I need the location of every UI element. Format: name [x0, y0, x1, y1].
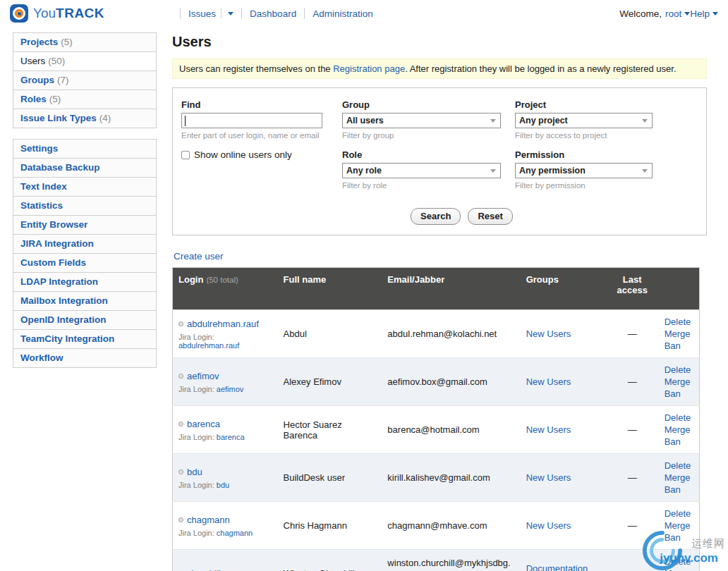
sidebar-item-text-index[interactable]: Text Index — [13, 178, 156, 197]
merge-user-link[interactable]: Merge — [665, 376, 693, 388]
project-hint: Filter by access to project — [515, 131, 677, 140]
find-hint: Enter part of user login, name or email — [181, 131, 342, 140]
info-banner: Users can register themselves on the Reg… — [172, 59, 707, 79]
login-sub-link[interactable]: aefimov — [217, 385, 244, 393]
login-sub-link[interactable]: chagmann — [217, 529, 253, 537]
role-select[interactable]: Any role — [342, 163, 501, 178]
sidebar-item-database-backup[interactable]: Database Backup — [13, 159, 156, 178]
sidebar-item-projects[interactable]: Projects(5) — [13, 33, 156, 52]
login-sub-link[interactable]: bdu — [217, 481, 229, 489]
merge-user-link[interactable]: Merge — [665, 472, 693, 484]
sidebar-item-entity-browser[interactable]: Entity Browser — [13, 216, 156, 235]
user-menu[interactable]: root — [665, 8, 690, 19]
main-content: Users Users can register themselves on t… — [172, 31, 707, 571]
full-name-cell: Hector Suarez Barenca — [278, 406, 382, 454]
sidebar-item-custom-fields[interactable]: Custom Fields — [13, 254, 156, 273]
ban-user-link[interactable]: Ban — [665, 532, 693, 544]
delete-user-link[interactable]: Delete — [665, 460, 693, 472]
create-user-link[interactable]: Create user — [174, 251, 224, 262]
sidebar-item-users[interactable]: Users(50) — [13, 52, 156, 71]
delete-user-link[interactable]: Delete — [665, 555, 693, 567]
sidebar-item-ldap-integration[interactable]: LDAP Integration — [13, 273, 156, 292]
merge-user-link[interactable]: Merge — [665, 424, 693, 436]
ban-user-link[interactable]: Ban — [665, 436, 693, 448]
full-name-cell: Chris Hagmann — [278, 502, 382, 550]
reset-button[interactable]: Reset — [468, 208, 512, 225]
login-sub-line: Jira Login: bdu — [178, 481, 272, 489]
user-login-link[interactable]: churchill — [187, 568, 221, 571]
email-cell: chagmann@mhave.com — [382, 502, 520, 550]
permission-select[interactable]: Any permission — [515, 163, 653, 178]
help-menu[interactable]: Help — [690, 8, 718, 19]
sidebar-item-roles[interactable]: Roles(5) — [13, 90, 156, 109]
ban-user-link[interactable]: Ban — [665, 388, 693, 400]
user-table-row: chagmann Jira Login: chagmann Chris Hagm… — [173, 502, 700, 550]
welcome-text: Welcome, — [619, 8, 662, 19]
online-status-icon — [178, 321, 183, 326]
col-header-email: Email/Jabber — [382, 268, 520, 310]
permission-hint: Filter by permission — [515, 181, 677, 190]
last-access-cell: — — [605, 310, 660, 358]
full-name-cell: Abdul — [278, 310, 382, 358]
online-status-icon — [178, 469, 183, 474]
group-link[interactable]: Documentation Assignees — [526, 563, 588, 571]
item-count: (4) — [99, 113, 111, 123]
sidebar-item-statistics[interactable]: Statistics — [13, 197, 156, 216]
sidebar-item-jira-integration[interactable]: JIRA Integration — [13, 235, 156, 254]
sidebar-item-settings[interactable]: Settings — [13, 140, 156, 159]
nav-administration[interactable]: Administration — [313, 8, 373, 19]
nav-dashboard[interactable]: Dashboard — [250, 8, 296, 19]
group-link[interactable]: New Users — [526, 424, 571, 435]
group-link[interactable]: New Users — [526, 520, 571, 531]
nav-issues[interactable]: Issues — [188, 8, 233, 19]
merge-user-link[interactable]: Merge — [665, 328, 693, 340]
show-online-checkbox[interactable] — [181, 151, 190, 159]
merge-user-link[interactable]: Merge — [665, 520, 693, 532]
login-sub-line: Jira Login: abdulrehman.rauf — [178, 333, 272, 350]
project-select[interactable]: Any project — [515, 113, 653, 128]
user-table-row: barenca Jira Login: barenca Hector Suare… — [173, 406, 700, 454]
group-link[interactable]: New Users — [526, 376, 571, 387]
registration-page-link[interactable]: Registration page — [333, 63, 405, 74]
sidebar-item-teamcity-integration[interactable]: TeamCity Integration — [13, 330, 156, 349]
login-sub-link[interactable]: abdulrehman.rauf — [178, 341, 239, 350]
delete-user-link[interactable]: Delete — [665, 508, 693, 520]
youtrack-logo[interactable]: YouTRACK — [10, 4, 104, 23]
user-login-link[interactable]: chagmann — [187, 515, 230, 525]
search-button[interactable]: Search — [411, 208, 461, 225]
sidebar-item-openid-integration[interactable]: OpenID Integration — [13, 311, 156, 330]
sidebar-item-workflow[interactable]: Workflow — [13, 349, 156, 368]
login-sub-line: Jira Login: chagmann — [178, 529, 272, 537]
find-input[interactable] — [181, 113, 322, 128]
actions-cell: DeleteMergeBan — [660, 310, 700, 358]
group-select[interactable]: All users — [342, 113, 501, 128]
page-title: Users — [172, 34, 707, 50]
col-header-login: Login(50 total) — [173, 268, 278, 310]
user-login-link[interactable]: barenca — [187, 419, 220, 429]
delete-user-link[interactable]: Delete — [665, 316, 693, 328]
login-sub-line: Jira Login: barenca — [178, 433, 272, 441]
ban-user-link[interactable]: Ban — [665, 484, 693, 496]
delete-user-link[interactable]: Delete — [665, 412, 693, 424]
group-link[interactable]: New Users — [526, 329, 571, 339]
banner-text-before: Users can register themselves on the — [179, 63, 333, 74]
sidebar-group-entities: Projects(5)Users(50)Groups(7)Roles(5)Iss… — [13, 32, 157, 128]
sidebar-item-mailbox-integration[interactable]: Mailbox Integration — [13, 292, 156, 311]
select-arrow-icon — [642, 169, 648, 176]
online-status-icon — [178, 422, 183, 426]
ban-user-link[interactable]: Ban — [665, 340, 693, 352]
user-login-link[interactable]: abdulrehman.rauf — [187, 319, 259, 329]
merge-user-link[interactable]: Merge — [665, 567, 693, 571]
table-header-row: Login(50 total) Full name Email/Jabber G… — [173, 268, 700, 310]
last-access-cell: — — [605, 454, 660, 502]
sidebar-item-issue-link-types[interactable]: Issue Link Types(4) — [13, 109, 156, 128]
user-filter-form: Find Enter part of user login, name or e… — [172, 87, 707, 235]
delete-user-link[interactable]: Delete — [665, 364, 693, 376]
user-login-link[interactable]: bdu — [187, 467, 202, 477]
group-link[interactable]: New Users — [526, 472, 571, 483]
role-hint: Filter by role — [342, 181, 515, 190]
user-login-link[interactable]: aefimov — [187, 371, 219, 381]
login-sub-link[interactable]: barenca — [217, 433, 245, 441]
last-access-cell: — — [605, 358, 660, 406]
sidebar-item-groups[interactable]: Groups(7) — [13, 71, 156, 90]
